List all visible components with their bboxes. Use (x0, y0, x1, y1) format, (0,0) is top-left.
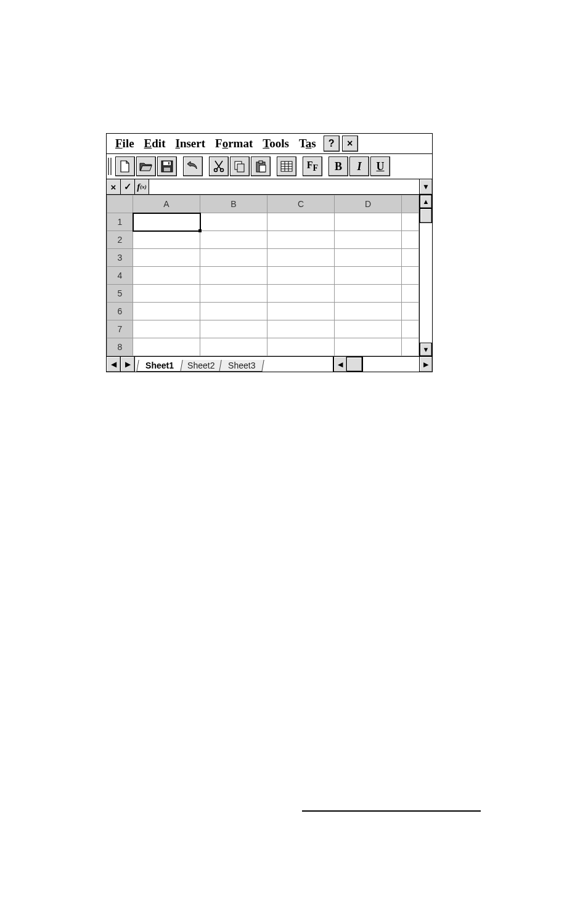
cell-A4[interactable] (133, 267, 200, 285)
scroll-down-button[interactable]: ▼ (420, 343, 432, 356)
col-header-B[interactable]: B (200, 195, 267, 213)
menu-bar: File Edit Insert Format Tools Tas ? × (107, 134, 432, 154)
copy-button[interactable] (230, 157, 250, 176)
formula-dropdown[interactable]: ▼ (419, 179, 432, 194)
formula-input[interactable] (149, 179, 419, 194)
row-header-4[interactable]: 4 (107, 267, 133, 285)
undo-button[interactable] (183, 157, 203, 176)
cell-D7[interactable] (335, 320, 402, 338)
col-header-extra[interactable] (402, 195, 419, 213)
cell-A8[interactable] (133, 338, 200, 356)
formula-accept-button[interactable]: ✓ (121, 179, 135, 194)
cell-B6[interactable] (200, 303, 267, 320)
tab-nav-next[interactable]: ▶ (121, 357, 135, 372)
fx-button[interactable]: f(x) (135, 179, 149, 194)
cell-C5[interactable] (267, 285, 335, 303)
spreadsheet-grid[interactable]: A B C D 12345678 (107, 195, 419, 356)
cell-B8[interactable] (200, 338, 267, 356)
svg-rect-10 (259, 165, 266, 172)
cell-extra-3[interactable] (402, 249, 419, 267)
close-button[interactable]: × (342, 136, 358, 152)
cell-extra-7[interactable] (402, 320, 419, 338)
formula-cancel-button[interactable]: × (107, 179, 121, 194)
cell-B5[interactable] (200, 285, 267, 303)
cell-C2[interactable] (267, 231, 335, 249)
help-button[interactable]: ? (324, 136, 340, 152)
menu-file[interactable]: File (110, 137, 139, 150)
cell-extra-1[interactable] (402, 213, 419, 231)
sheet-tab-sheet1[interactable]: Sheet1 (136, 360, 182, 372)
cell-A2[interactable] (133, 231, 200, 249)
col-header-A[interactable]: A (133, 195, 200, 213)
row-header-3[interactable]: 3 (107, 249, 133, 267)
tab-nav-prev[interactable]: ◀ (107, 357, 121, 372)
cell-B2[interactable] (200, 231, 267, 249)
cell-B1[interactable] (200, 213, 267, 231)
cell-A3[interactable] (133, 249, 200, 267)
menu-insert[interactable]: Insert (170, 137, 210, 150)
cell-D5[interactable] (335, 285, 402, 303)
cell-C1[interactable] (267, 213, 335, 231)
cell-D2[interactable] (335, 231, 402, 249)
cell-extra-6[interactable] (402, 303, 419, 320)
cell-C6[interactable] (267, 303, 335, 320)
cell-D4[interactable] (335, 267, 402, 285)
cell-extra-5[interactable] (402, 285, 419, 303)
paste-button[interactable] (251, 157, 271, 176)
hscroll-track[interactable] (362, 357, 419, 372)
menu-tas[interactable]: Tas (294, 137, 321, 150)
cell-extra-8[interactable] (402, 338, 419, 356)
col-header-D[interactable]: D (335, 195, 402, 213)
menu-tools[interactable]: Tools (258, 137, 294, 150)
cell-extra-2[interactable] (402, 231, 419, 249)
bottom-bar: ◀ ▶ Sheet1Sheet2Sheet3 ◀ ▶ (107, 356, 432, 372)
cell-C7[interactable] (267, 320, 335, 338)
cell-A6[interactable] (133, 303, 200, 320)
toolbar-grip[interactable] (108, 158, 113, 175)
open-button[interactable] (136, 157, 156, 176)
vscroll-thumb[interactable] (420, 208, 432, 223)
row-header-2[interactable]: 2 (107, 231, 133, 249)
cell-B3[interactable] (200, 249, 267, 267)
cell-extra-4[interactable] (402, 267, 419, 285)
underline-button[interactable]: U (370, 157, 390, 176)
cell-D8[interactable] (335, 338, 402, 356)
hscroll-right-button[interactable]: ▶ (419, 357, 432, 372)
cell-B4[interactable] (200, 267, 267, 285)
cell-A5[interactable] (133, 285, 200, 303)
cell-D6[interactable] (335, 303, 402, 320)
cell-C8[interactable] (267, 338, 335, 356)
scroll-up-button[interactable]: ▲ (420, 195, 432, 208)
hscroll-thumb[interactable] (346, 357, 362, 372)
row-header-6[interactable]: 6 (107, 303, 133, 320)
svg-point-4 (214, 169, 218, 172)
new-button[interactable] (115, 157, 135, 176)
sheet-tab-sheet2[interactable]: Sheet2 (178, 360, 224, 372)
horizontal-scrollbar[interactable]: ◀ ▶ (333, 357, 432, 372)
save-button[interactable] (157, 157, 177, 176)
col-header-C[interactable]: C (267, 195, 335, 213)
cell-A1[interactable] (133, 213, 200, 231)
menu-format[interactable]: Format (210, 137, 258, 150)
row-header-7[interactable]: 7 (107, 320, 133, 338)
sheet-tab-sheet3[interactable]: Sheet3 (219, 360, 265, 372)
vscroll-track[interactable] (420, 223, 432, 343)
cell-C3[interactable] (267, 249, 335, 267)
grid-button[interactable] (277, 157, 296, 176)
row-header-1[interactable]: 1 (107, 213, 133, 231)
cell-C4[interactable] (267, 267, 335, 285)
cell-B7[interactable] (200, 320, 267, 338)
cut-button[interactable] (209, 157, 229, 176)
row-header-5[interactable]: 5 (107, 285, 133, 303)
hscroll-left-button[interactable]: ◀ (333, 357, 346, 372)
row-header-8[interactable]: 8 (107, 338, 133, 356)
cell-A7[interactable] (133, 320, 200, 338)
cell-D3[interactable] (335, 249, 402, 267)
cell-D1[interactable] (335, 213, 402, 231)
bold-button[interactable]: B (329, 157, 348, 176)
menu-edit[interactable]: Edit (139, 137, 171, 150)
select-all-corner[interactable] (107, 195, 133, 213)
font-button[interactable]: FF (303, 157, 322, 176)
italic-button[interactable]: I (349, 157, 369, 176)
vertical-scrollbar[interactable]: ▲ ▼ (419, 195, 432, 356)
